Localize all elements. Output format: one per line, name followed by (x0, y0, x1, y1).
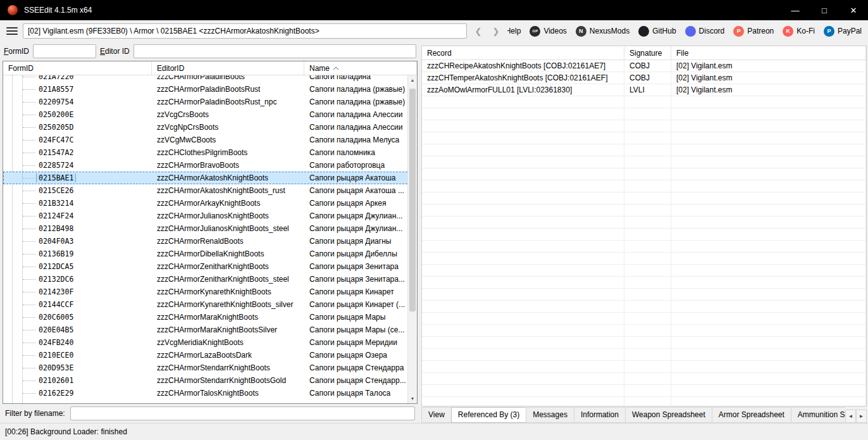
reference-row[interactable] (422, 204, 866, 217)
help-link[interactable]: Help (507, 26, 521, 37)
tab-view[interactable]: View (421, 407, 452, 423)
signature-cell (624, 289, 671, 300)
table-row[interactable]: 020D953E zzzCHArmorStendarrKnightBoots С… (3, 361, 417, 374)
table-row[interactable]: 021A7220 zzzCHArmorPaladinBoots Сапоги п… (3, 75, 417, 83)
scrollbar-thumb[interactable] (409, 89, 416, 311)
table-row[interactable]: 0215CE26 zzzCHArmorAkatoshKnightBoots_ru… (3, 184, 417, 197)
back-button[interactable]: ❮ (472, 27, 485, 36)
nexusmods-link[interactable]: N NexusMods (576, 26, 629, 37)
reference-row[interactable] (422, 313, 866, 325)
github-link[interactable]: GitHub (638, 26, 676, 37)
table-row[interactable]: 02136B19 zzzCHArmorDibellaKnightBoots Са… (3, 248, 417, 260)
reference-row[interactable] (422, 108, 866, 120)
reference-row[interactable]: zzzCHRecipeAkatoshKnightBoots [COBJ:0216… (422, 60, 866, 72)
file-column-header[interactable]: File (671, 46, 866, 60)
table-row[interactable]: 0214230F zzzCHArmorKynarethKnightBoots С… (3, 286, 417, 298)
table-row[interactable]: 02132DC6 zzzCHArmorZenitharKnightBoots_s… (3, 273, 417, 286)
maximize-button[interactable]: □ (810, 0, 839, 20)
reference-row[interactable]: zzzCHTemperAkatoshKnightBoots [COBJ:0216… (422, 72, 866, 84)
table-row[interactable]: 0250200E zzVcgCrsBoots Сапоги паладина А… (3, 108, 417, 121)
reference-row[interactable] (422, 144, 866, 156)
formid-column-header[interactable]: FormID (3, 61, 152, 75)
table-row[interactable]: 0215BAE1 zzzCHArmorAkatoshKnightBoots Са… (3, 172, 417, 184)
reference-row[interactable] (422, 192, 866, 204)
close-button[interactable]: ✕ (839, 0, 868, 20)
table-row[interactable]: 0212DCA5 zzzCHArmorZenitharKnightBoots С… (3, 260, 417, 273)
editorid-cell: zzzCHArmorPaladinBoots (152, 75, 304, 81)
filter-input[interactable] (70, 406, 415, 420)
name-column-header[interactable]: Name (304, 61, 417, 75)
table-row[interactable]: 02124F24 zzzCHArmorJulianosKnightBoots С… (3, 210, 417, 222)
tab-weapon-spreadsheet[interactable]: Weapon Spreadsheet (625, 407, 712, 423)
table-row[interactable]: 02209754 zzzCHArmorPaladinBootsRust_npc … (3, 96, 417, 108)
tab-messages[interactable]: Messages (526, 407, 574, 423)
scrollbar-down-icon[interactable]: ▼ (408, 394, 417, 403)
table-row[interactable]: 0210ECE0 zzzCHArmorLazaBootsDark Сапоги … (3, 349, 417, 361)
table-row[interactable]: 021B3214 zzzCHArmorArkayKnightBoots Сапо… (3, 197, 417, 210)
reference-row[interactable] (422, 168, 866, 180)
table-row[interactable]: 024FB240 zzVcgMeridiaKnightBoots Сапоги … (3, 336, 417, 349)
record-cell (422, 385, 624, 396)
reference-row[interactable] (422, 120, 866, 132)
patreon-link[interactable]: P Patreon (733, 26, 774, 37)
table-row[interactable]: 021547A2 zzzCHClothesPilgrimBoots Сапоги… (3, 146, 417, 159)
formid-input[interactable] (33, 44, 96, 58)
reference-row[interactable] (422, 301, 866, 313)
tab-referenced-by-3[interactable]: Referenced By (3) (451, 407, 526, 423)
reference-row[interactable] (422, 277, 866, 289)
videos-link[interactable]: GP Videos (530, 26, 566, 37)
minimize-button[interactable]: — (781, 0, 810, 20)
table-row[interactable]: 02144CCF zzzCHArmorKynarethKnightBoots_s… (3, 298, 417, 311)
reference-row[interactable] (422, 373, 866, 385)
reference-row[interactable] (422, 180, 866, 192)
table-row[interactable]: 02102601 zzzCHArmorStendarrKnightBootsGo… (3, 374, 417, 387)
table-row[interactable]: 020E04B5 zzzCHArmorMaraKnightBootsSilver… (3, 324, 417, 336)
tab-information[interactable]: Information (574, 407, 626, 423)
discord-link[interactable]: Discord (685, 26, 725, 37)
record-cell (422, 180, 624, 192)
table-row[interactable]: 020C6005 zzzCHArmorMaraKnightBoots Сапог… (3, 311, 417, 324)
paypal-link[interactable]: P PayPal (824, 26, 862, 37)
scrollbar-up-icon[interactable]: ▲ (408, 75, 417, 85)
reference-row[interactable] (422, 325, 866, 337)
reference-row[interactable] (422, 397, 866, 406)
table-row[interactable]: 0212B498 zzzCHArmorJulianosKnightBoots_s… (3, 222, 417, 235)
reference-row[interactable] (422, 132, 866, 144)
forward-button[interactable]: ❯ (490, 27, 502, 36)
reference-row[interactable] (422, 96, 866, 108)
toolbar-links: Help GP Videos N NexusMods GitHub Discor… (507, 26, 862, 37)
reference-row[interactable] (422, 385, 866, 397)
reference-row[interactable] (422, 289, 866, 301)
reference-row[interactable]: zzzAoMOwlArmorFULL01 [LVLI:02361830] LVL… (422, 84, 866, 96)
editorid-input[interactable] (133, 44, 416, 58)
table-row[interactable]: 0250205D zzVcgNpCrsBoots Сапоги паладина… (3, 121, 417, 134)
reference-row[interactable] (422, 361, 866, 373)
breadcrumb-input[interactable] (23, 23, 467, 39)
tab-scroll-left-button[interactable]: ◄ (845, 410, 856, 423)
reference-row[interactable] (422, 229, 866, 241)
reference-row[interactable] (422, 217, 866, 229)
menu-icon[interactable] (6, 27, 18, 35)
file-cell (671, 204, 866, 216)
table-row[interactable]: 024FC47C zzVCgMwCBoots Сапоги паладина М… (3, 134, 417, 146)
tree-scrollbar[interactable]: ▲ ▼ (407, 75, 417, 403)
reference-row[interactable] (422, 156, 866, 168)
table-row[interactable]: 02162E29 zzzCHArmorTalosKnightBoots Сапо… (3, 387, 417, 399)
record-column-header[interactable]: Record (422, 46, 624, 60)
reference-row[interactable] (422, 265, 866, 277)
editorid-column-header[interactable]: EditorID (152, 61, 304, 75)
reference-row[interactable] (422, 337, 866, 349)
signature-column-header[interactable]: Signature (624, 46, 671, 60)
tab-scroll-right-button[interactable]: ► (856, 410, 867, 423)
reference-row[interactable] (422, 349, 866, 361)
scrollbar-track[interactable] (408, 85, 417, 394)
table-row[interactable]: 021A8557 zzzCHArmorPaladinBootsRust Сапо… (3, 83, 417, 96)
tab-armor-spreadsheet[interactable]: Armor Spreadsheet (712, 407, 791, 423)
reference-row[interactable] (422, 253, 866, 265)
table-row[interactable]: 02285724 zzzCHArmorBravoBoots Сапоги раб… (3, 159, 417, 172)
tab-ammunition-spreadsheet[interactable]: Ammunition Spreadsheet (791, 407, 845, 423)
editorid-cell: zzzCHArmorMaraKnightBoots (152, 313, 304, 322)
table-row[interactable]: 0204F0A3 zzzCHArmorRenaldBoots Сапоги ры… (3, 235, 417, 248)
ko-fi-link[interactable]: K Ko-Fi (783, 26, 815, 37)
reference-row[interactable] (422, 241, 866, 253)
